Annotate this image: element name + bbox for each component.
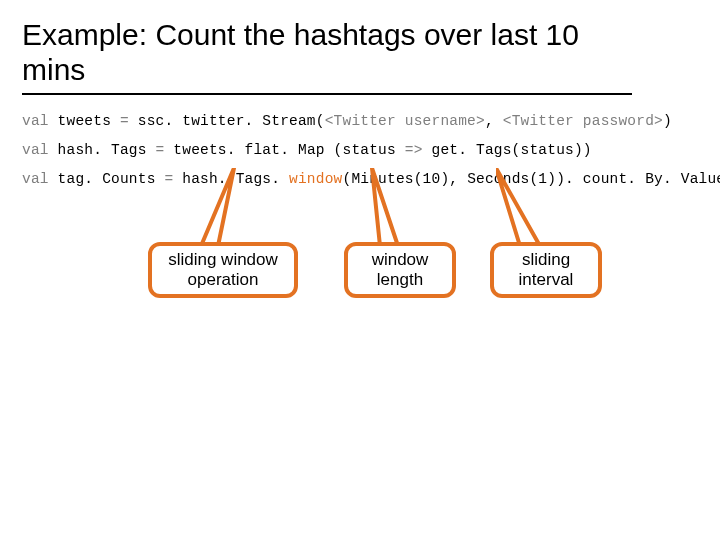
- callout-sliding-interval: sliding interval: [490, 242, 602, 298]
- slide-title: Example: Count the hashtags over last 10…: [22, 18, 632, 95]
- code-line-3: val tag. Counts = hash. Tags. window(Min…: [22, 171, 720, 187]
- operator: =: [120, 113, 129, 129]
- code-line-1: val tweets = ssc. twitter. Stream(<Twitt…: [22, 113, 672, 129]
- keyword: val: [22, 142, 49, 158]
- code-text: hash. Tags.: [173, 171, 289, 187]
- code-text: hash. Tags: [49, 142, 156, 158]
- callout-label: sliding window operation: [162, 250, 284, 291]
- callouts-layer: sliding window operation window length s…: [0, 234, 720, 374]
- slide: Example: Count the hashtags over last 10…: [0, 0, 720, 194]
- code-text: ,: [485, 113, 503, 129]
- placeholder-arg: <Twitter password>: [503, 113, 663, 129]
- code-text: ,: [449, 171, 467, 187]
- code-text: tag. Counts: [49, 171, 165, 187]
- arg-seconds: Seconds(1): [467, 171, 556, 187]
- code-block: val tweets = ssc. twitter. Stream(<Twitt…: [22, 107, 698, 194]
- callout-label: window length: [358, 250, 442, 291]
- code-text: . count. By. Value(): [565, 171, 720, 187]
- code-text: get. Tags(status)): [423, 142, 592, 158]
- code-text: ): [556, 171, 565, 187]
- placeholder-arg: <Twitter username>: [325, 113, 485, 129]
- callout-sliding-window-operation: sliding window operation: [148, 242, 298, 298]
- operator: =: [164, 171, 173, 187]
- keyword: val: [22, 171, 49, 187]
- keyword: val: [22, 113, 49, 129]
- window-function: window: [289, 171, 342, 187]
- code-text: tweets: [49, 113, 120, 129]
- code-text: ): [663, 113, 672, 129]
- code-line-2: val hash. Tags = tweets. flat. Map (stat…: [22, 142, 592, 158]
- operator: =>: [405, 142, 423, 158]
- code-text: tweets. flat. Map (status: [164, 142, 404, 158]
- callout-window-length: window length: [344, 242, 456, 298]
- callout-label: sliding interval: [504, 250, 588, 291]
- code-text: ssc. twitter. Stream(: [129, 113, 325, 129]
- arg-minutes: Minutes(10): [351, 171, 449, 187]
